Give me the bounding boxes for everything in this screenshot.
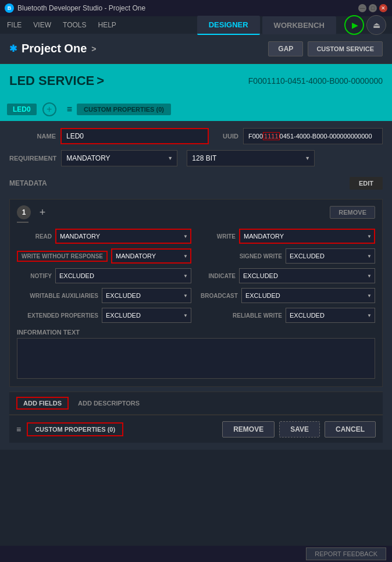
project-header: ✱ Project One > GAP CUSTOM SERVICE xyxy=(0,34,392,64)
logout-icon: ⏏ xyxy=(373,20,380,30)
close-button[interactable]: ✕ xyxy=(379,4,387,12)
remove-prop-button[interactable]: REMOVE xyxy=(330,206,375,219)
project-chevron: > xyxy=(91,44,96,54)
uuid-prefix: F000 xyxy=(248,133,263,140)
logout-button[interactable]: ⏏ xyxy=(366,15,386,35)
name-input[interactable] xyxy=(60,128,209,144)
title-bar: B Bluetooth Developer Studio - Project O… xyxy=(0,0,392,16)
maximize-button[interactable]: □ xyxy=(369,4,377,12)
reliable-write-label: RELIABLE WRITE xyxy=(201,312,282,319)
uuid-label: UUID xyxy=(213,133,238,140)
add-prop-button[interactable]: + xyxy=(35,205,49,219)
notify-select[interactable]: EXCLUDED MANDATORY OPTIONAL xyxy=(55,268,191,283)
main-content: NAME UUID F00011110451-4000-B000-0000000… xyxy=(0,121,392,450)
add-fields-button[interactable]: ADD FIELDS xyxy=(16,397,69,410)
requirement-select[interactable]: MANDATORY EXCLUDED OPTIONAL xyxy=(61,150,177,166)
uuid-suffix: 0451-4000-B000-000000000000 xyxy=(280,133,372,140)
add-tab-button[interactable]: + xyxy=(42,102,56,116)
name-row: NAME UUID F00011110451-4000-B000-0000000… xyxy=(9,128,383,144)
tab-designer[interactable]: DESIGNER xyxy=(197,16,260,35)
play-button[interactable]: ▶ xyxy=(344,15,364,35)
write-select-wrapper: MANDATORY EXCLUDED OPTIONAL xyxy=(239,229,375,244)
bluetooth-icon: ✱ xyxy=(9,43,17,54)
footer-custom-props[interactable]: CUSTOM PROPERTIES (0) xyxy=(27,422,123,436)
gap-button[interactable]: GAP xyxy=(268,41,303,56)
reliable-write-select-wrapper: EXCLUDED MANDATORY OPTIONAL xyxy=(286,308,375,323)
broadcast-select-wrapper: EXCLUDED MANDATORY OPTIONAL xyxy=(241,288,375,303)
reliable-write-select[interactable]: EXCLUDED MANDATORY OPTIONAL xyxy=(286,308,375,323)
read-row: READ MANDATORY EXCLUDED OPTIONAL xyxy=(17,229,191,244)
props-grid: READ MANDATORY EXCLUDED OPTIONAL WRITE M… xyxy=(17,229,375,323)
footer-remove-button[interactable]: REMOVE xyxy=(222,421,275,437)
signed-write-row: SIGNED WRITE EXCLUDED MANDATORY OPTIONAL xyxy=(201,248,375,264)
menu-tools[interactable]: TOOLS xyxy=(62,19,87,31)
service-title[interactable]: LED SERVICE > xyxy=(9,73,104,88)
props-header-row: 1 + REMOVE xyxy=(17,205,375,219)
write-select[interactable]: MANDATORY EXCLUDED OPTIONAL xyxy=(239,229,375,244)
footer-cancel-button[interactable]: CANCEL xyxy=(325,421,376,437)
minus-line xyxy=(17,222,28,223)
write-no-response-label: WRITE WITHOUT RESPONSE xyxy=(17,251,108,262)
menu-bar: FILE VIEW TOOLS HELP DESIGNER WORKBENCH … xyxy=(0,16,392,34)
bit-select[interactable]: 128 BIT 16 BIT xyxy=(187,150,315,166)
add-descriptors-label: ADD DESCRIPTORS xyxy=(78,400,140,407)
uuid-highlight: 1111 xyxy=(263,132,279,140)
minimize-button[interactable]: — xyxy=(358,4,366,12)
broadcast-label: BROADCAST xyxy=(201,293,238,299)
indicate-row: INDICATE EXCLUDED MANDATORY OPTIONAL xyxy=(201,268,375,283)
signed-write-label: SIGNED WRITE xyxy=(201,253,282,259)
broadcast-select[interactable]: EXCLUDED MANDATORY OPTIONAL xyxy=(241,288,375,303)
hamburger-icon[interactable]: ≡ xyxy=(67,104,72,115)
custom-props-badge[interactable]: CUSTOM PROPERTIES (0) xyxy=(77,104,171,115)
footer-actions: REMOVE SAVE CANCEL xyxy=(222,421,376,437)
extended-props-row: EXTENDED PROPERTIES EXCLUDED MANDATORY O… xyxy=(17,308,191,323)
writable-aux-select[interactable]: EXCLUDED MANDATORY OPTIONAL xyxy=(102,288,191,303)
menu-view[interactable]: VIEW xyxy=(32,19,52,31)
props-num-badge: 1 xyxy=(17,205,31,219)
metadata-label: METADATA xyxy=(9,179,47,187)
notify-select-wrapper: EXCLUDED MANDATORY OPTIONAL xyxy=(55,268,191,283)
info-textarea[interactable] xyxy=(17,338,375,379)
read-label: READ xyxy=(17,233,52,240)
project-title-area: ✱ Project One > xyxy=(9,42,96,55)
footer-hamburger-icon[interactable]: ≡ xyxy=(16,425,21,434)
app-icon: B xyxy=(5,3,14,13)
report-feedback-button[interactable]: REPORT FEEDBACK xyxy=(306,547,386,560)
service-header: LED SERVICE > F0001110-0451-4000-B000-00… xyxy=(0,64,392,98)
action-bar: ADD FIELDS ADD DESCRIPTORS xyxy=(9,392,383,415)
extended-props-select[interactable]: EXCLUDED MANDATORY OPTIONAL xyxy=(102,308,191,323)
metadata-row: METADATA EDIT xyxy=(9,172,383,194)
broadcast-row: BROADCAST EXCLUDED MANDATORY OPTIONAL xyxy=(201,288,375,303)
service-uuid: F0001110-0451-4000-B000-0000000 xyxy=(248,76,383,86)
indicate-select[interactable]: EXCLUDED MANDATORY OPTIONAL xyxy=(239,268,375,283)
report-bar: REPORT FEEDBACK xyxy=(0,546,392,562)
indicate-label: INDICATE xyxy=(201,273,236,279)
extended-props-label: EXTENDED PROPERTIES xyxy=(17,312,98,319)
led0-tab[interactable]: LED0 xyxy=(7,104,37,115)
properties-panel: 1 + REMOVE READ MANDATORY EXCLUDED OPTIO… xyxy=(9,199,383,387)
write-no-response-row: WRITE WITHOUT RESPONSE MANDATORY EXCLUDE… xyxy=(17,248,191,264)
menu-help[interactable]: HELP xyxy=(97,19,117,31)
info-text-section: INFORMATION TEXT xyxy=(17,329,375,380)
write-no-response-select[interactable]: MANDATORY EXCLUDED OPTIONAL xyxy=(111,248,191,264)
tab-workbench[interactable]: WORKBENCH xyxy=(262,16,336,34)
custom-service-button[interactable]: CUSTOM SERVICE xyxy=(308,41,383,56)
signed-write-select[interactable]: EXCLUDED MANDATORY OPTIONAL xyxy=(286,248,375,264)
service-tabs: LED0 + ≡ CUSTOM PROPERTIES (0) xyxy=(0,98,392,121)
title-bar-text: Bluetooth Developer Studio - Project One xyxy=(17,4,355,12)
extended-props-select-wrapper: EXCLUDED MANDATORY OPTIONAL xyxy=(102,308,191,323)
menu-file[interactable]: FILE xyxy=(6,19,23,31)
write-row: WRITE MANDATORY EXCLUDED OPTIONAL xyxy=(201,229,375,244)
requirement-label: REQUIREMENT xyxy=(9,155,56,162)
requirement-select-wrapper: MANDATORY EXCLUDED OPTIONAL xyxy=(61,150,177,166)
service-name: LED SERVICE xyxy=(9,73,94,88)
read-select[interactable]: MANDATORY EXCLUDED OPTIONAL xyxy=(55,229,191,244)
writable-aux-select-wrapper: EXCLUDED MANDATORY OPTIONAL xyxy=(102,288,191,303)
read-select-wrapper: MANDATORY EXCLUDED OPTIONAL xyxy=(55,229,191,244)
edit-button[interactable]: EDIT xyxy=(350,177,383,190)
window-controls: — □ ✕ xyxy=(358,4,387,12)
project-name: Project One xyxy=(22,42,87,55)
notify-label: NOTIFY xyxy=(17,273,52,279)
name-label: NAME xyxy=(9,133,56,140)
footer-save-button[interactable]: SAVE xyxy=(279,421,320,437)
